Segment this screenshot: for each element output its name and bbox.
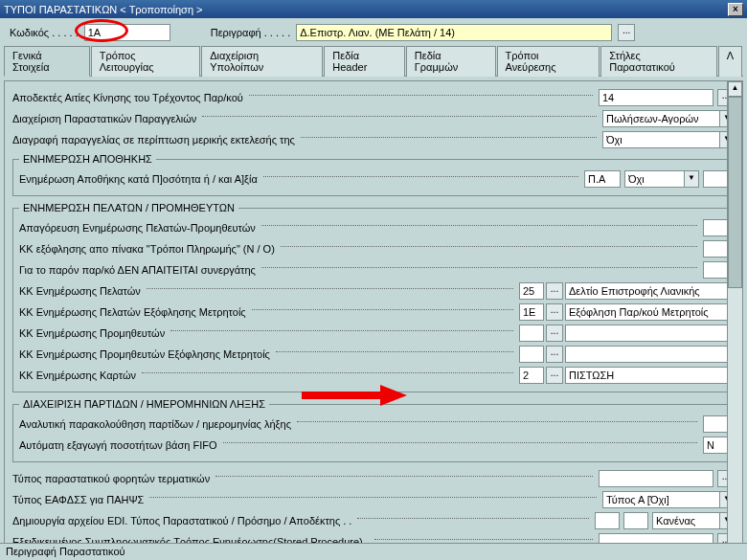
fs2r4-desc[interactable] (565, 282, 728, 300)
tab-genika[interactable]: Γενικά Στοιχεία (4, 46, 90, 77)
fs2r7-code[interactable] (519, 346, 544, 363)
fs2r6-code[interactable] (519, 325, 544, 342)
fs2r6-desc[interactable] (565, 325, 728, 342)
status-text: Περιγραφή Παραστατικού (6, 546, 125, 557)
r1-input[interactable] (599, 89, 713, 106)
pelaton-legend: ΕΝΗΜΕΡΩΣΗ ΠΕΛΑΤΩΝ / ΠΡΟΜΗΘΕΥΤΩΝ (19, 202, 238, 213)
r2-label: Διαχείριση Παραστατικών Παραγγελιών (12, 113, 196, 124)
status-bar: Περιγραφή Παραστατικού (0, 543, 747, 560)
scroll-up-button[interactable]: ▲ (728, 81, 742, 97)
fs3r2-input[interactable] (703, 437, 728, 454)
perigrafi-input[interactable] (296, 24, 612, 41)
tab-more[interactable]: Λ (718, 46, 742, 77)
fs2r2-input[interactable] (703, 240, 728, 258)
fs2r1-input[interactable] (703, 219, 728, 236)
fs2r6-lookup[interactable]: ... (546, 325, 563, 342)
pelaton-fieldset: ΕΝΗΜΕΡΩΣΗ ΠΕΛΑΤΩΝ / ΠΡΟΜΗΘΕΥΤΩΝ Απαγόρευ… (12, 202, 735, 392)
fs1r1-label: Ενημέρωση Αποθήκης κατά Π]οσότητα ή / κα… (19, 173, 258, 185)
fs1r1-combo-arrow[interactable]: ▼ (684, 170, 699, 188)
r1-label: Αποδεκτές Αιτίες Κίνησης του Τρέχοντος Π… (12, 92, 243, 103)
tabs: Γενικά Στοιχεία Τρόπος Λειτουργίας Διαχε… (4, 45, 743, 77)
fs2r2-label: ΚΚ εξόφλησης απο πίνακα "Τρόποι Πληρωμής… (19, 243, 275, 255)
r3-combo[interactable] (602, 131, 719, 148)
partidon-fieldset: ΔΙΑΧΕΙΡΙΣΗ ΠΑΡΤΙΔΩΝ / ΗΜΕΡΟΜΗΝΙΩΝ ΛΗΞΗΣ … (12, 398, 735, 462)
fs2r3-label: Για το παρόν παρ/κό ΔΕΝ ΑΠΑΙΤΕΙΤΑΙ συνερ… (19, 264, 256, 276)
vertical-scrollbar[interactable]: ▲ ▼ (727, 81, 742, 560)
b3-label: Δημιουργία αρχείου EDI. Τύπος Παραστατικ… (12, 515, 351, 526)
fs1r1-extra[interactable] (703, 170, 728, 188)
b2-combo[interactable] (602, 491, 719, 508)
fs2r3-input[interactable] (703, 261, 728, 279)
fs2r4-label: ΚΚ Ενημέρωσης Πελατών (19, 285, 141, 297)
apothiki-legend: ΕΝΗΜΕΡΩΣΗ ΑΠΟΘΗΚΗΣ (19, 153, 156, 165)
r3-label: Διαγραφή παραγγελίας σε περίπτωση μερική… (12, 134, 295, 146)
fs2r4-code[interactable] (519, 282, 544, 300)
b3-v1[interactable] (595, 512, 620, 529)
fs2r8-desc[interactable] (565, 367, 728, 384)
fs3r2-label: Αυτόματη εξαγωγή ποσοτήτων βάση FIFO (19, 439, 217, 451)
fs2r5-label: ΚΚ Ενημέρωσης Πελατών Εξόφλησης Μετρητοί… (19, 306, 246, 318)
fs2r7-label: ΚΚ Ενημέρωσης Προμηθευτών Εξόφλησης Μετρ… (19, 348, 270, 360)
title-bar: ΤΥΠΟΙ ΠΑΡΑΣΤΑΤΙΚΩΝ < Τροποποίηση > × (0, 0, 747, 18)
main-panel: Αποδεκτές Αιτίες Κίνησης του Τρέχοντος Π… (4, 80, 743, 560)
window-title: ΤΥΠΟΙ ΠΑΡΑΣΤΑΤΙΚΩΝ < Τροποποίηση > (4, 4, 202, 15)
fs2r1-label: Απαγόρευση Ενημέρωσης Πελατών-Προμηθευτώ… (19, 222, 256, 234)
fs2r5-desc[interactable] (565, 303, 728, 321)
fs2r8-label: ΚΚ Ενημέρωσης Καρτών (19, 370, 136, 381)
tab-grammon[interactable]: Πεδία Γραμμών (406, 46, 496, 77)
b3-v2[interactable] (623, 512, 648, 529)
fs1r1-combo[interactable] (624, 170, 684, 188)
partidon-legend: ΔΙΑΧΕΙΡΙΣΗ ΠΑΡΤΙΔΩΝ / ΗΜΕΡΟΜΗΝΙΩΝ ΛΗΞΗΣ (19, 398, 269, 410)
b1-label: Τύπος παραστατικού φορητών τερματικών (12, 473, 210, 484)
close-button[interactable]: × (728, 3, 743, 16)
r2-combo[interactable] (602, 110, 719, 127)
perigrafi-label: Περιγραφή . . . . . (211, 27, 290, 38)
fs2r8-code[interactable] (519, 367, 544, 384)
b2-label: Τύπος ΕΑΦΔΣΣ για ΠΑΗΨΣ (12, 494, 144, 505)
scroll-thumb[interactable] (728, 97, 742, 288)
apothiki-fieldset: ΕΝΗΜΕΡΩΣΗ ΑΠΟΘΗΚΗΣ Ενημέρωση Αποθήκης κα… (12, 153, 735, 196)
fs2r5-code[interactable] (519, 303, 544, 321)
kodikos-input[interactable] (84, 24, 170, 41)
fs3r1-input[interactable] (703, 415, 728, 433)
tab-stiles[interactable]: Στήλες Παραστατικού (600, 46, 716, 77)
b1-input[interactable] (599, 470, 713, 487)
tab-header[interactable]: Πεδία Header (324, 46, 404, 77)
fs2r4-lookup[interactable]: ... (546, 282, 563, 300)
header-row: Κωδικός . . . . . Περιγραφή . . . . . ..… (0, 18, 747, 45)
fs2r6-label: ΚΚ Ενημέρωσης Προμηθευτών (19, 327, 165, 339)
fs1r1-val1[interactable] (584, 170, 621, 188)
fs3r1-label: Αναλυτική παρακολούθηση παρτίδων / ημερο… (19, 418, 291, 430)
fs2r7-lookup[interactable]: ... (546, 346, 563, 363)
fs2r5-lookup[interactable]: ... (546, 303, 563, 321)
tab-anevresis[interactable]: Τρόποι Ανεύρεσης (497, 46, 600, 77)
perigrafi-lookup-button[interactable]: ... (618, 24, 635, 41)
tab-ypoloipon[interactable]: Διαχείριση Υπολοίπων (201, 46, 323, 77)
fs2r7-desc[interactable] (565, 346, 728, 363)
b3-combo[interactable] (652, 512, 719, 529)
kodikos-label: Κωδικός . . . . . (10, 27, 79, 38)
tab-tropos[interactable]: Τρόπος Λειτουργίας (91, 46, 200, 77)
fs2r8-lookup[interactable]: ... (546, 367, 563, 384)
